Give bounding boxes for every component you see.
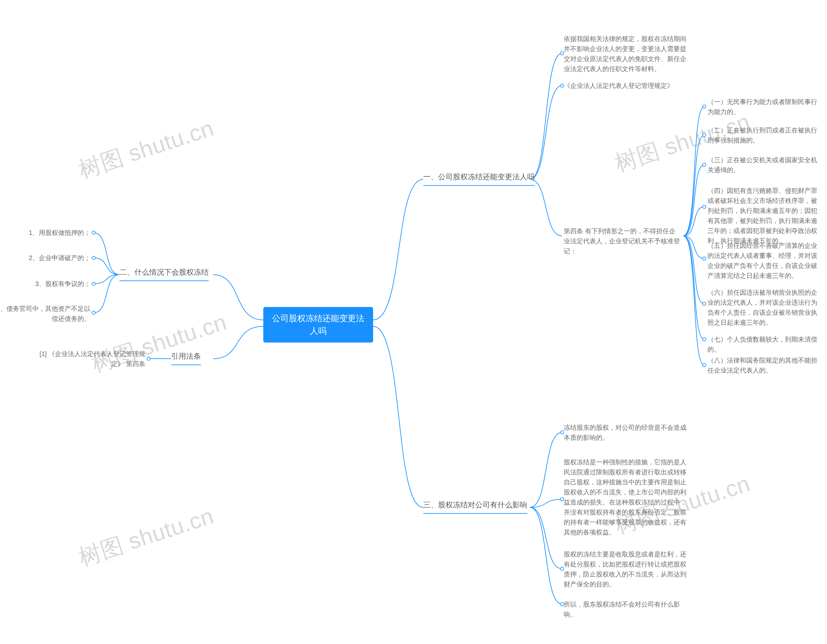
connectors [0,0,827,644]
watermark: 树图 shutu.cn [75,113,218,186]
svg-point-8 [560,52,564,55]
svg-point-10 [560,431,564,434]
svg-point-5 [703,302,706,305]
svg-point-4 [703,257,706,260]
svg-point-9 [560,84,564,87]
branch-2-item-2: 2、企业申请破产的； [26,253,91,263]
svg-point-0 [703,105,706,108]
branch-3-note-1: 冻结股东的股权，对公司的经营是不会造成本质的影响的。 [564,423,687,443]
branch-ref[interactable]: 引用法条 [171,350,201,365]
article4-item-3: （三）正在被公安机关或者国家安全机关通缉的。 [707,155,821,175]
svg-point-14 [92,231,95,234]
svg-point-1 [703,133,706,137]
branch-3[interactable]: 三、股权冻结对公司有什么影响 [423,499,527,514]
branch-ref-label: 引用法条 [171,352,201,360]
branch-3-note-2: 股权冻结是一种强制性的措施，它指的是人民法院通过限制股权所有者进行取出或转移自己… [564,457,687,538]
svg-point-6 [703,338,706,341]
root-node[interactable]: 公司股权冻结还能变更法人吗 [263,307,373,342]
svg-point-13 [560,603,564,606]
article4-item-5: （五）担任因经营不善破产清算的企业的法定代表人或者董事、经理，并对该企业的破产负… [707,241,821,281]
branch-1-note-2: 《企业法人法定代表人登记管理规定》 [564,81,687,91]
branch-2-label: 二、什么情况下会股权冻结 [120,268,209,276]
svg-point-3 [703,205,706,208]
svg-point-12 [560,567,564,571]
svg-point-15 [92,256,95,259]
root-title: 公司股权冻结还能变更法人吗 [272,313,364,336]
branch-3-note-4: 所以，股东股权冻结不会对公司有什么影响。 [564,599,687,619]
svg-point-2 [703,163,706,166]
article4-item-4: （四）因犯有贪污贿赂罪、侵犯财产罪或者破坏社会主义市场经济秩序罪，被判处刑罚，执… [707,186,821,246]
branch-3-label: 三、股权冻结对公司有什么影响 [423,500,527,509]
svg-point-16 [92,282,95,285]
branch-2-item-4: 4、债务官司中，其他资产不足以偿还债务的。 [0,304,91,324]
svg-point-7 [703,364,706,367]
branch-1-note-1: 依据我国相关法律的规定，股权在冻结期间并不影响企业法人的变更，变更法人需要提交对… [564,34,687,74]
article4-item-6: （六）担任因违法被吊销营业执照的企业的法定代表人，并对该企业违法行为负有个人责任… [707,288,821,328]
article4-item-7: （七）个人负债数额较大，到期未清偿的。 [707,335,821,355]
branch-2[interactable]: 二、什么情况下会股权冻结 [120,267,209,281]
article4-item-8: （八）法律和国务院规定的其他不能担任企业法定代表人的。 [707,355,821,375]
svg-point-18 [147,357,150,360]
branch-2-item-3: 3、股权有争议的； [26,279,91,289]
svg-point-17 [92,311,95,314]
article4-item-1: （一）无民事行为能力或者限制民事行为能力的。 [707,97,821,117]
svg-point-11 [560,498,564,501]
branch-2-item-1: 1、用股权做抵押的； [26,228,91,238]
branch-1-note-3: 第四条 有下列情形之一的，不得担任企业法定代表人，企业登记机关不予核准登记： [564,226,680,256]
article4-item-2: （二）正在被执行刑罚或者正在被执行刑事强制措施的。 [707,125,821,145]
branch-ref-item: [1] 《企业法人法定代表人登记管理规定》 第四条 [32,349,145,369]
branch-1-label: 一、公司股权冻结还能变更法人吗 [423,172,535,181]
branch-3-note-3: 股权的冻结主要是收取股息或者是红利，还有处分股权，比如把股权进行转让或把股权质押… [564,549,687,589]
branch-1[interactable]: 一、公司股权冻结还能变更法人吗 [423,171,535,186]
watermark: 树图 shutu.cn [75,501,218,573]
